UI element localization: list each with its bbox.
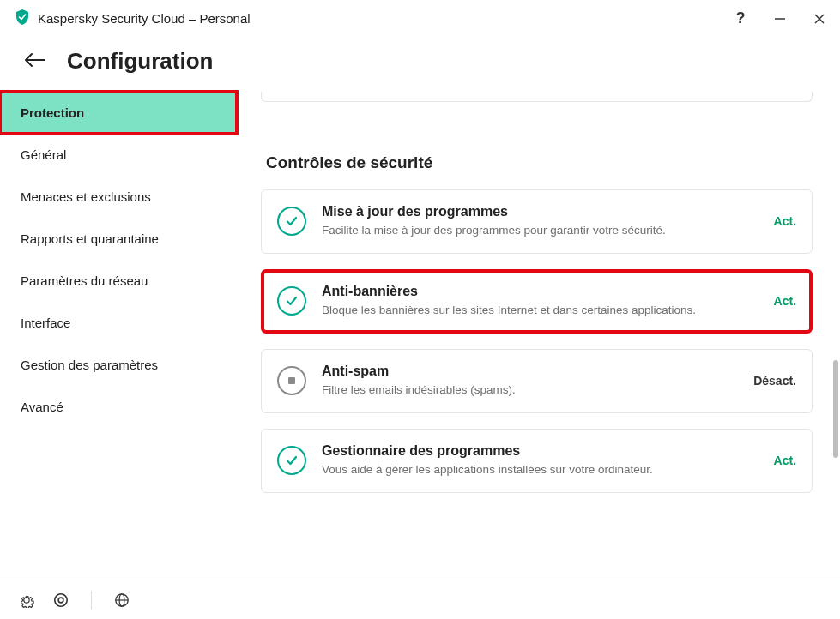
svg-point-6	[58, 598, 63, 603]
sidebar: Protection Général Menaces et exclusions…	[0, 92, 237, 574]
sidebar-item-label: Interface	[21, 316, 70, 330]
check-circle-icon	[277, 446, 306, 475]
bottom-toolbar	[0, 580, 840, 619]
sidebar-item-protection[interactable]: Protection	[0, 92, 237, 134]
sidebar-item-interface[interactable]: Interface	[0, 302, 237, 344]
sidebar-item-label: Menaces et exclusions	[21, 189, 151, 204]
sidebar-item-threats-exclusions[interactable]: Menaces et exclusions	[0, 176, 237, 218]
status-badge: Act.	[774, 454, 796, 467]
close-button[interactable]	[811, 10, 828, 27]
card-body: Gestionnaire des programmes Vous aide à …	[322, 443, 760, 478]
card-title: Gestionnaire des programmes	[322, 443, 760, 459]
gear-icon[interactable]	[17, 591, 36, 610]
sidebar-item-label: Général	[21, 147, 66, 162]
card-title: Anti-spam	[322, 364, 740, 379]
card-title: Anti-bannières	[322, 284, 760, 299]
card-body: Anti-bannières Bloque les bannières sur …	[322, 284, 760, 319]
sidebar-item-general[interactable]: Général	[0, 134, 237, 176]
back-arrow-icon[interactable]	[24, 51, 46, 73]
scrollbar-thumb[interactable]	[833, 360, 838, 458]
page-title: Configuration	[67, 48, 213, 75]
sidebar-item-network-settings[interactable]: Paramètres du réseau	[0, 260, 237, 302]
card-anti-banner[interactable]: Anti-bannières Bloque les bannières sur …	[261, 269, 813, 334]
svg-rect-4	[288, 377, 295, 384]
help-button[interactable]: ?	[732, 10, 749, 27]
page-header: Configuration	[0, 38, 840, 92]
status-badge: Désact.	[753, 374, 796, 388]
titlebar: Kaspersky Security Cloud – Personal ?	[0, 0, 840, 38]
main-panel: Contrôles de sécurité Mise à jour des pr…	[237, 92, 840, 574]
sidebar-item-label: Protection	[21, 105, 84, 120]
window-controls: ?	[732, 10, 828, 27]
check-circle-icon	[277, 286, 306, 316]
card-description: Facilite la mise à jour des programmes p…	[322, 223, 760, 239]
content-area: Protection Général Menaces et exclusions…	[0, 92, 840, 574]
card-fragment-top	[261, 92, 813, 102]
sidebar-item-label: Avancé	[21, 400, 63, 414]
app-shield-icon	[15, 9, 29, 28]
card-description: Filtre les emails indésirables (spams).	[322, 382, 740, 399]
sidebar-item-label: Gestion des paramètres	[21, 358, 158, 372]
svg-point-5	[55, 593, 67, 605]
card-description: Vous aide à gérer les applications insta…	[322, 462, 760, 478]
sidebar-item-advanced[interactable]: Avancé	[0, 386, 237, 428]
card-body: Mise à jour des programmes Facilite la m…	[322, 204, 760, 239]
sidebar-item-label: Rapports et quarantaine	[21, 231, 159, 246]
section-title: Contrôles de sécurité	[266, 153, 831, 172]
sidebar-item-manage-settings[interactable]: Gestion des paramètres	[0, 344, 237, 386]
card-anti-spam[interactable]: Anti-spam Filtre les emails indésirables…	[261, 349, 813, 413]
sidebar-item-label: Paramètres du réseau	[21, 273, 148, 288]
toolbar-divider	[91, 591, 92, 610]
support-icon[interactable]	[51, 591, 70, 610]
card-body: Anti-spam Filtre les emails indésirables…	[322, 364, 740, 399]
card-description: Bloque les bannières sur les sites Inter…	[322, 303, 760, 319]
minimize-button[interactable]	[771, 10, 789, 27]
window-title: Kaspersky Security Cloud – Personal	[38, 11, 251, 26]
status-badge: Act.	[774, 214, 796, 228]
card-software-updater[interactable]: Mise à jour des programmes Facilite la m…	[261, 189, 813, 254]
sidebar-item-reports-quarantine[interactable]: Rapports et quarantaine	[0, 218, 237, 260]
card-title: Mise à jour des programmes	[322, 204, 760, 219]
globe-icon[interactable]	[112, 591, 131, 610]
stop-circle-icon	[277, 366, 306, 395]
check-circle-icon	[277, 207, 306, 236]
card-program-manager[interactable]: Gestionnaire des programmes Vous aide à …	[261, 429, 813, 493]
status-badge: Act.	[774, 294, 796, 308]
